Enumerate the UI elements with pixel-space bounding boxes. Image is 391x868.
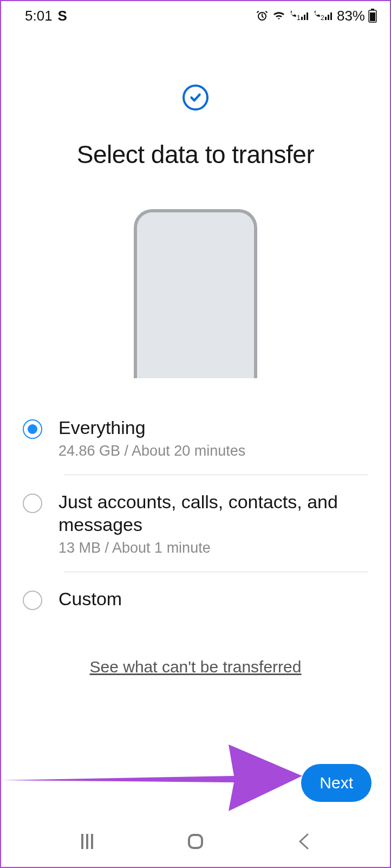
radio-accounts[interactable] xyxy=(23,494,42,513)
svg-rect-8 xyxy=(330,12,332,20)
main-content: Select data to transfer Everything 24.86… xyxy=(1,30,390,676)
status-battery-percent: 83% xyxy=(337,8,365,24)
status-app-indicator: S xyxy=(58,8,67,24)
options-list: Everything 24.86 GB / About 20 minutes J… xyxy=(23,416,368,625)
annotation-arrow-icon xyxy=(1,738,304,814)
option-text: Just accounts, calls, contacts, and mess… xyxy=(58,490,368,556)
battery-icon xyxy=(368,9,377,23)
svg-text:1: 1 xyxy=(297,14,301,22)
option-text: Everything 24.86 GB / About 20 minutes xyxy=(58,416,368,459)
option-sub: 24.86 GB / About 20 minutes xyxy=(58,443,368,459)
phone-illustration xyxy=(134,209,257,378)
alarm-icon xyxy=(256,9,269,22)
next-button[interactable]: Next xyxy=(301,764,372,802)
svg-rect-7 xyxy=(328,15,329,20)
option-custom[interactable]: Custom xyxy=(23,587,368,626)
nav-home-icon[interactable] xyxy=(188,834,203,849)
option-label: Just accounts, calls, contacts, and mess… xyxy=(58,490,368,536)
option-label: Custom xyxy=(58,587,368,611)
wifi-icon xyxy=(272,9,286,22)
call-2-signal-icon: 2 xyxy=(313,9,334,22)
nav-back-icon[interactable] xyxy=(298,833,310,850)
option-text: Custom xyxy=(58,587,368,611)
option-everything[interactable]: Everything 24.86 GB / About 20 minutes xyxy=(23,416,368,475)
status-left: 5:01 S xyxy=(25,8,67,24)
see-what-cant-transfer-link[interactable]: See what can't be transferred xyxy=(90,658,302,676)
status-right: 1 2 83% xyxy=(256,8,377,24)
option-sub: 13 MB / About 1 minute xyxy=(58,540,368,556)
android-nav-bar xyxy=(1,821,390,867)
status-bar: 5:01 S 1 2 83% xyxy=(1,1,390,30)
nav-recent-icon[interactable] xyxy=(81,834,93,849)
option-accounts[interactable]: Just accounts, calls, contacts, and mess… xyxy=(23,490,368,572)
status-time: 5:01 xyxy=(25,8,53,24)
svg-rect-11 xyxy=(370,12,375,21)
radio-everything[interactable] xyxy=(23,419,42,439)
option-label: Everything xyxy=(58,416,368,439)
radio-custom[interactable] xyxy=(23,591,42,610)
svg-rect-3 xyxy=(304,15,305,20)
page-title: Select data to transfer xyxy=(77,140,315,169)
call-1-signal-icon: 1 xyxy=(289,9,310,22)
svg-text:2: 2 xyxy=(321,14,324,22)
check-circle-icon xyxy=(183,85,208,111)
svg-rect-6 xyxy=(325,17,327,20)
svg-rect-2 xyxy=(301,17,303,20)
svg-rect-4 xyxy=(307,12,308,20)
divider xyxy=(64,475,368,475)
divider xyxy=(64,572,368,572)
